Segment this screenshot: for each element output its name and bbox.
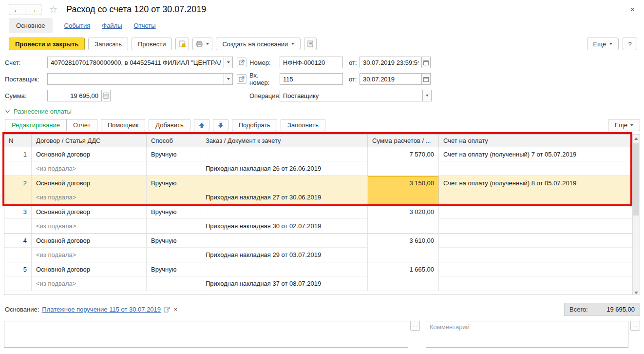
incoming-date-input[interactable] [360, 73, 422, 85]
arrow-up-icon [199, 122, 205, 128]
document-cell[interactable]: Приходная накладная 37 от 08.07.2019 [201, 276, 368, 291]
purpose-more-button[interactable]: ... [410, 321, 420, 331]
amount-cell[interactable]: 3 610,00 [368, 234, 439, 262]
invoice-cell[interactable]: Счет на оплату (полученный) 7 от 05.07.2… [439, 147, 632, 161]
date-calendar-button[interactable] [422, 57, 431, 68]
move-up-button[interactable] [194, 119, 209, 131]
invoice-cell[interactable] [439, 262, 632, 276]
write-button[interactable]: Записать [88, 38, 128, 50]
cashflow-item-cell[interactable]: <из подвала> [32, 161, 147, 176]
postings-button[interactable] [175, 38, 189, 50]
filler-cell [147, 161, 201, 176]
comment-textarea[interactable] [426, 321, 628, 348]
payments-table: N Договор / Статья ДДС Способ Заказ / До… [4, 134, 640, 295]
print-button[interactable] [192, 38, 212, 50]
contract-cell[interactable]: Основной договор [32, 205, 147, 219]
method-cell[interactable]: Вручную [147, 205, 201, 219]
payment-section-header[interactable]: Разнесение оплаты [0, 102, 644, 118]
incoming-number-input[interactable] [280, 73, 343, 85]
document-cell[interactable]: Приходная накладная 27 от 30.06.2019 [201, 190, 368, 204]
account-dropdown-button[interactable] [224, 57, 233, 68]
amount-cell[interactable]: 3 020,00 [368, 205, 439, 233]
col-order: Заказ / Документ к зачету [201, 135, 368, 147]
invoice-cell[interactable] [439, 234, 632, 248]
back-button[interactable]: ← [9, 4, 25, 15]
operation-combo[interactable] [280, 90, 423, 101]
report-document-button[interactable] [304, 38, 317, 50]
scroll-thumb[interactable] [633, 143, 639, 216]
page-title: Расход со счета 120 от 30.07.2019 [66, 4, 206, 15]
tab-reports[interactable]: Отчеты [134, 22, 156, 29]
table-row[interactable]: 4 Основной договор Вручную 3 610,00 <из … [4, 234, 632, 262]
help-button[interactable]: ? [623, 38, 637, 50]
table-row[interactable]: 3 Основной договор Вручную 3 020,00 <из … [4, 205, 632, 234]
supplier-dropdown-button[interactable] [224, 73, 233, 85]
move-down-button[interactable] [213, 119, 228, 131]
method-cell[interactable]: Вручную [147, 262, 201, 276]
table-row[interactable]: 2 Основной договор Вручную 3 150,00 Счет… [4, 176, 632, 205]
supplier-open-button[interactable] [237, 74, 246, 84]
more-button[interactable]: Еще [587, 38, 619, 50]
invoice-cell[interactable]: Счет на оплату (полученный) 8 от 05.07.2… [439, 176, 632, 190]
date-input[interactable] [360, 57, 422, 68]
table-row[interactable]: 1 Основной договор Вручную 7 570,00 Счет… [4, 147, 632, 176]
fill-button[interactable]: Заполнить [281, 119, 325, 131]
create-on-basis-button[interactable]: Создать на основании [216, 38, 301, 50]
row-number-cell[interactable]: 5 [4, 262, 32, 276]
row-number-cell[interactable]: 3 [4, 205, 32, 219]
add-button[interactable]: Добавить [149, 119, 190, 131]
number-input[interactable] [280, 57, 343, 68]
amount-calculator-button[interactable] [102, 90, 111, 101]
contract-cell[interactable]: Основной договор [32, 147, 147, 161]
amount-input[interactable] [47, 90, 102, 101]
basis-clear-button[interactable]: × [174, 306, 177, 313]
comment-more-button[interactable]: ... [630, 321, 640, 331]
scroll-up-button[interactable] [633, 135, 640, 142]
invoice-cell[interactable] [439, 205, 632, 219]
vertical-scrollbar[interactable] [632, 134, 640, 295]
document-cell[interactable]: Приходная накладная 30 от 02.07.2019 [201, 219, 368, 233]
method-cell[interactable]: Вручную [147, 176, 201, 190]
post-and-close-button[interactable]: Провести и закрыть [9, 38, 85, 50]
amount-cell[interactable]: 1 665,00 [368, 262, 439, 291]
row-number-cell[interactable]: 1 [4, 147, 32, 161]
tab-files[interactable]: Файлы [102, 22, 122, 29]
post-button[interactable]: Провести [132, 38, 172, 50]
table-more-button[interactable]: Еще [608, 119, 640, 131]
contract-cell[interactable]: Основной договор [32, 176, 147, 190]
document-cell[interactable]: Приходная накладная 26 от 26.06.2019 [201, 161, 368, 176]
amount-cell-selected[interactable]: 3 150,00 [368, 176, 439, 204]
contract-cell[interactable]: Основной договор [32, 262, 147, 276]
account-open-button[interactable] [237, 58, 246, 67]
scroll-down-button[interactable] [632, 287, 640, 295]
assistant-button[interactable]: Помощник [101, 119, 146, 131]
close-icon[interactable]: ✕ [628, 5, 637, 14]
cashflow-item-cell[interactable]: <из подвала> [32, 219, 147, 233]
basis-label: Основание: [5, 306, 39, 313]
forward-button[interactable]: → [25, 4, 41, 15]
edit-button[interactable]: Редактирование [5, 119, 67, 131]
pick-button[interactable]: Подобрать [232, 119, 277, 131]
table-row[interactable]: 5 Основной договор Вручную 1 665,00 <из … [4, 262, 632, 291]
amount-cell[interactable]: 7 570,00 [368, 147, 439, 176]
supplier-combo[interactable] [47, 73, 224, 85]
basis-open-icon[interactable] [164, 306, 170, 313]
method-cell[interactable]: Вручную [147, 234, 201, 248]
report-button[interactable]: Отчет [66, 119, 97, 131]
row-number-cell[interactable]: 2 [4, 176, 32, 190]
operation-dropdown-button[interactable] [423, 90, 432, 101]
method-cell[interactable]: Вручную [147, 147, 201, 161]
row-number-cell[interactable]: 4 [4, 234, 32, 248]
tab-main[interactable]: Основное [9, 18, 53, 33]
basis-link[interactable]: Платежное поручение 115 от 30.07.2019 [42, 306, 161, 313]
incoming-date-calendar-button[interactable] [422, 73, 431, 85]
payment-purpose-textarea[interactable] [4, 321, 408, 348]
cashflow-item-cell[interactable]: <из подвала> [32, 248, 147, 262]
account-combo[interactable] [47, 57, 224, 68]
contract-cell[interactable]: Основной договор [32, 234, 147, 248]
tab-events[interactable]: События [64, 22, 91, 29]
cashflow-item-cell[interactable]: <из подвала> [32, 276, 147, 291]
document-cell[interactable]: Приходная накладная 29 от 03.07.2019 [201, 248, 368, 262]
cashflow-item-cell[interactable]: <из подвала> [32, 190, 147, 204]
favorites-star-icon[interactable]: ☆ [49, 4, 57, 15]
